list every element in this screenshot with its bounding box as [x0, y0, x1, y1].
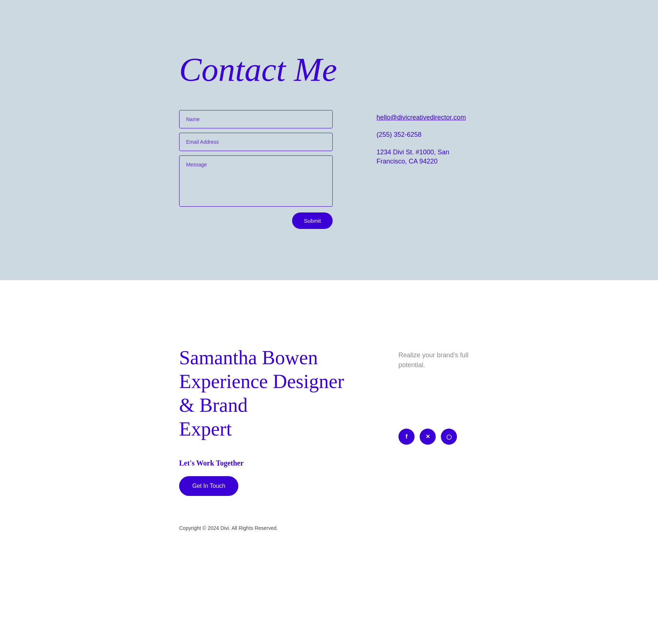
footer-top: Samantha Bowen Experience Designer & Bra…	[179, 346, 479, 496]
name-input[interactable]	[179, 110, 333, 128]
contact-phone: (255) 352-6258	[377, 130, 479, 139]
footer-cta-label: Let's Work Together	[179, 459, 355, 467]
contact-email[interactable]: hello@divicreativedirector.com	[377, 113, 479, 122]
footer-left: Samantha Bowen Experience Designer & Bra…	[179, 346, 355, 496]
social-icons: f ✕ ◯	[398, 429, 479, 445]
get-in-touch-button[interactable]: Get In Touch	[179, 476, 238, 496]
email-input[interactable]	[179, 133, 333, 151]
message-input[interactable]	[179, 155, 333, 207]
footer-copyright: Copyright © 2024 Divi. All Rights Reserv…	[179, 525, 479, 531]
submit-button[interactable]: Submit	[292, 212, 333, 229]
contact-content: Submit hello@divicreativedirector.com (2…	[179, 110, 479, 229]
footer-section: Samantha Bowen Experience Designer & Bra…	[0, 309, 658, 553]
contact-section: Contact Me Submit hello@divicreativedire…	[0, 0, 658, 280]
contact-info: hello@divicreativedirector.com (255) 352…	[377, 110, 479, 174]
contact-form: Submit	[179, 110, 333, 229]
instagram-icon[interactable]: ◯	[441, 429, 457, 445]
facebook-icon[interactable]: f	[398, 429, 415, 445]
contact-title: Contact Me	[179, 51, 479, 88]
contact-address: 1234 Divi St. #1000, San Francisco, CA 9…	[377, 148, 479, 166]
footer-name: Samantha Bowen Experience Designer & Bra…	[179, 346, 355, 441]
footer-right: Realize your brand's full potential. f ✕…	[398, 346, 479, 445]
footer-tagline: Realize your brand's full potential.	[398, 350, 479, 370]
section-gap	[0, 280, 658, 309]
twitter-x-icon[interactable]: ✕	[420, 429, 436, 445]
